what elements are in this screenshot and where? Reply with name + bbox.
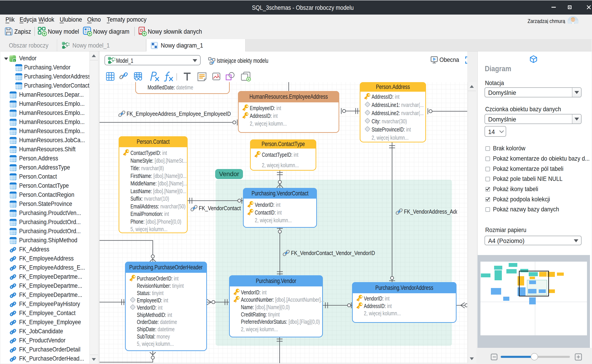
svg-text:L: L <box>14 59 15 62</box>
